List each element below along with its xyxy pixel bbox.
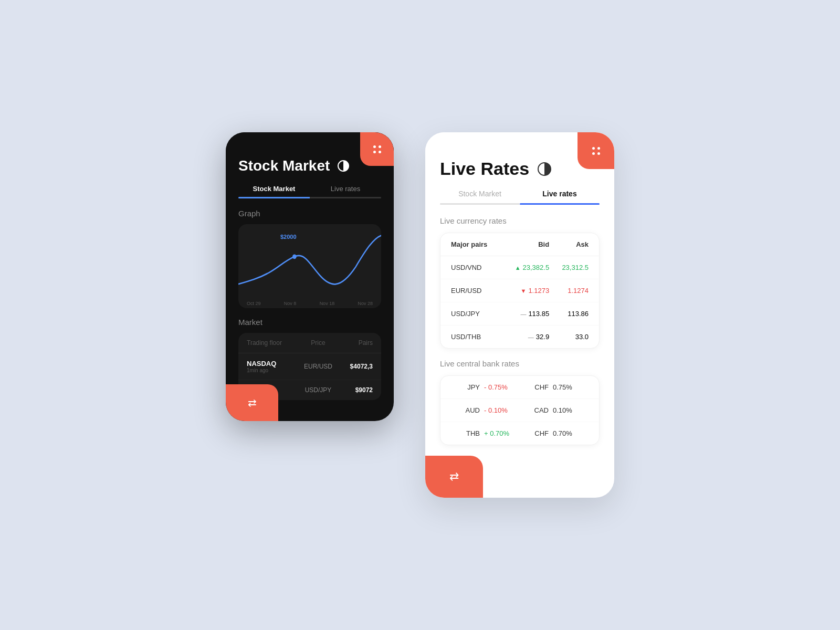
svg-point-1 bbox=[292, 254, 297, 259]
rates-card: Major pairs Bid Ask USD/VND ▲23,382.5 23… bbox=[440, 233, 600, 349]
light-app-title: Live Rates bbox=[440, 159, 529, 179]
light-bank-section: Live central bank rates JPY - 0.75% CHF … bbox=[425, 359, 614, 445]
bank-row-jpy: JPY - 0.75% CHF 0.75% bbox=[440, 376, 599, 399]
rates-row-usdvnd: USD/VND ▲23,382.5 23,312.5 bbox=[440, 256, 599, 279]
light-title-row: Live Rates bbox=[440, 159, 600, 179]
dark-phone: Stock Market Stock Market Live rates Gra… bbox=[226, 132, 394, 421]
down-arrow-icon: ▼ bbox=[520, 288, 526, 294]
bank-val-jpy: - 0.75% bbox=[484, 383, 520, 391]
bank-val-chf1: 0.75% bbox=[553, 383, 589, 391]
ask-eurusd: 1.1274 bbox=[549, 287, 589, 295]
neutral-dash-icon-2: — bbox=[528, 334, 534, 340]
light-tab-bar-stock bbox=[440, 203, 520, 205]
ask-usdvnd: 23,312.5 bbox=[549, 264, 589, 271]
dark-app-title: Stock Market bbox=[238, 158, 330, 174]
bank-card: JPY - 0.75% CHF 0.75% AUD - 0.10% CAD 0.… bbox=[440, 375, 600, 445]
up-arrow-icon: ▲ bbox=[515, 265, 521, 271]
bid-usdvnd: ▲23,382.5 bbox=[510, 264, 549, 271]
pair-usdvnd: USD/VND bbox=[451, 264, 510, 271]
market-name-1: NASDAQ 1min ago bbox=[247, 360, 297, 373]
pair-usdthb: USD/THB bbox=[451, 333, 510, 341]
dots-grid-icon bbox=[373, 145, 381, 153]
graph-svg bbox=[238, 233, 381, 296]
graph-box: $2000 Oct 29 Nov 8 Nov 18 Nov 28 bbox=[238, 224, 381, 308]
dark-market-title: Market bbox=[238, 318, 381, 327]
dark-corner-accent bbox=[360, 132, 394, 166]
rates-row-usdthb: USD/THB —32.9 33.0 bbox=[440, 326, 599, 348]
light-tab-stock-market[interactable]: Stock Market bbox=[440, 190, 520, 203]
bank-name-jpy: JPY bbox=[451, 383, 480, 391]
bank-val-chf2: 0.70% bbox=[553, 429, 589, 437]
dark-graph-section: Graph $2000 Oct 29 Nov 8 Nov 18 Nov 28 bbox=[226, 209, 394, 308]
light-tab-bar-live bbox=[520, 203, 600, 205]
rates-col-bid: Bid bbox=[510, 240, 549, 248]
bank-name-cad: CAD bbox=[520, 406, 549, 414]
light-corner-accent bbox=[578, 132, 614, 169]
dark-tab-live-rates[interactable]: Live rates bbox=[310, 185, 381, 197]
pair-usdjpy: USD/JPY bbox=[451, 310, 510, 318]
bank-val-aud: - 0.10% bbox=[484, 406, 520, 414]
app-container: Stock Market Stock Market Live rates Gra… bbox=[226, 132, 614, 498]
bid-usdthb: —32.9 bbox=[510, 333, 549, 341]
bid-usdjpy: —113.85 bbox=[510, 310, 549, 318]
bank-row-aud: AUD - 0.10% CAD 0.10% bbox=[440, 399, 599, 422]
market-pair-1: EUR/USD bbox=[297, 363, 339, 370]
light-header: Live Rates bbox=[425, 132, 614, 179]
light-tab-bars bbox=[440, 203, 600, 205]
light-currency-section: Live currency rates Major pairs Bid Ask … bbox=[425, 216, 614, 349]
ask-usdthb: 33.0 bbox=[549, 333, 589, 341]
half-circle-icon bbox=[336, 159, 351, 173]
neutral-dash-icon-1: — bbox=[520, 311, 526, 317]
bank-row-thb: THB + 0.70% CHF 0.70% bbox=[440, 422, 599, 445]
swap-button-dark[interactable]: ⇄ bbox=[226, 384, 278, 421]
dark-header: Stock Market bbox=[226, 132, 394, 174]
date-2: Nov 8 bbox=[284, 301, 297, 306]
dark-tabs: Stock Market Live rates bbox=[226, 185, 394, 197]
dark-tab-underline bbox=[238, 197, 381, 198]
half-circle-light-icon bbox=[537, 161, 552, 177]
bid-eurusd: ▼1.1273 bbox=[510, 287, 549, 295]
market-price-2: $9072 bbox=[339, 386, 373, 394]
dark-graph-title: Graph bbox=[238, 209, 381, 218]
bank-name-thb: THB bbox=[451, 429, 480, 437]
bank-val-cad: 0.10% bbox=[553, 406, 589, 414]
bank-name-aud: AUD bbox=[451, 406, 480, 414]
market-header: Trading floor Price Pairs bbox=[238, 333, 381, 353]
date-1: Oct 29 bbox=[247, 301, 261, 306]
market-col-floor: Trading floor bbox=[247, 339, 297, 346]
dots-grid-light-icon bbox=[592, 147, 600, 155]
market-price-1: $4072,3 bbox=[339, 363, 373, 370]
bank-name-chf2: CHF bbox=[520, 429, 549, 437]
rates-header: Major pairs Bid Ask bbox=[440, 233, 599, 256]
date-4: Nov 28 bbox=[358, 301, 373, 306]
swap-icon-dark: ⇄ bbox=[248, 396, 257, 409]
graph-dates: Oct 29 Nov 8 Nov 18 Nov 28 bbox=[247, 301, 373, 306]
bank-name-chf1: CHF bbox=[520, 383, 549, 391]
light-phone: Live Rates Stock Market Live rates Live … bbox=[425, 132, 614, 498]
light-bank-title: Live central bank rates bbox=[440, 359, 600, 368]
pair-eurusd: EUR/USD bbox=[451, 287, 510, 295]
light-tab-live-rates[interactable]: Live rates bbox=[520, 190, 600, 203]
dark-tab-stock-market[interactable]: Stock Market bbox=[238, 185, 310, 197]
rates-row-usdjpy: USD/JPY —113.85 113.86 bbox=[440, 302, 599, 326]
market-col-price: Price bbox=[297, 339, 339, 346]
market-row-1: NASDAQ 1min ago EUR/USD $4072,3 bbox=[238, 353, 381, 380]
date-3: Nov 18 bbox=[320, 301, 335, 306]
ask-usdjpy: 113.86 bbox=[549, 310, 589, 318]
rates-row-eurusd: EUR/USD ▼1.1273 1.1274 bbox=[440, 279, 599, 302]
swap-button-light[interactable]: ⇄ bbox=[425, 456, 483, 498]
swap-icon-light: ⇄ bbox=[449, 470, 459, 484]
dark-title-row: Stock Market bbox=[238, 158, 381, 174]
market-pair-2: USD/JPY bbox=[297, 386, 339, 394]
market-col-pairs: Pairs bbox=[339, 339, 373, 346]
rates-col-pairs: Major pairs bbox=[451, 240, 510, 248]
light-currency-title: Live currency rates bbox=[440, 216, 600, 225]
rates-col-ask: Ask bbox=[549, 240, 589, 248]
light-tabs: Stock Market Live rates bbox=[425, 190, 614, 203]
bank-val-thb: + 0.70% bbox=[484, 429, 520, 437]
